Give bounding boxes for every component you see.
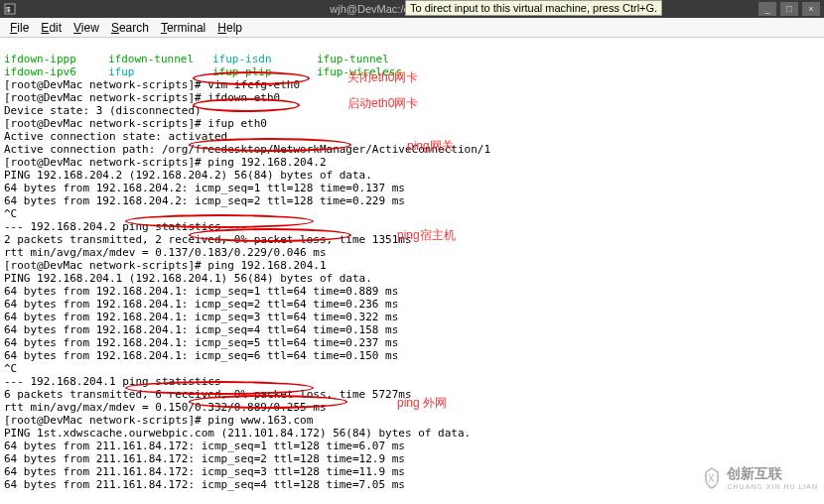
term-line: [root@DevMac network-scripts]# ping 192.… (4, 156, 327, 169)
term-line: [root@DevMac network-scripts]# ifup eth0 (4, 117, 267, 130)
menu-bar: File Edit View Search Terminal Help (0, 18, 824, 38)
annotation: 关闭eth0网卡 (347, 71, 418, 84)
menu-search[interactable]: Search (105, 21, 155, 35)
annotation: ping 外网 (397, 397, 447, 410)
term-cmd: ifdown-ipv6 (4, 65, 108, 78)
term-line: PING 192.168.204.1 (192.168.204.1) 56(84… (4, 272, 372, 285)
highlight-oval (125, 214, 314, 228)
term-line: [root@DevMac network-scripts]# ping www.… (4, 414, 313, 427)
term-cmd: ifup-tunnel (317, 53, 421, 65)
term-cmd: ifdown-tunnel (108, 53, 212, 65)
term-line: 64 bytes from 192.168.204.1: icmp_seq=5 … (4, 336, 398, 349)
term-line: 64 bytes from 192.168.204.1: icmp_seq=3 … (4, 311, 398, 323)
watermark-text-cn: 创新互联 (727, 465, 782, 481)
menu-terminal[interactable]: Terminal (155, 21, 211, 35)
term-line: rtt min/avg/max/mdev = 0.137/0.183/0.229… (4, 246, 327, 259)
vm-input-tooltip: To direct input to this virtual machine,… (405, 0, 662, 16)
highlight-oval (193, 71, 310, 85)
annotation: ping网关 (407, 140, 454, 153)
menu-help[interactable]: Help (211, 21, 248, 35)
term-line: 64 bytes from 192.168.204.1: icmp_seq=1 … (4, 285, 398, 298)
menu-edit[interactable]: Edit (35, 21, 68, 35)
term-line: 64 bytes from 211.161.84.172: icmp_seq=2… (4, 452, 405, 465)
term-line: 64 bytes from 192.168.204.2: icmp_seq=1 … (4, 182, 405, 194)
term-line: 64 bytes from 211.161.84.172: icmp_seq=4… (4, 478, 405, 491)
term-line: PING 192.168.204.2 (192.168.204.2) 56(84… (4, 169, 372, 182)
term-line: 64 bytes from 211.161.84.172: icmp_seq=3… (4, 465, 405, 478)
maximize-button[interactable]: □ (780, 2, 798, 16)
highlight-oval (189, 228, 351, 242)
term-line: 64 bytes from 192.168.204.1: icmp_seq=6 … (4, 349, 398, 362)
term-cmd: ifdown-ippp (4, 53, 108, 65)
term-cmd: ifup-isdn (212, 53, 317, 65)
highlight-oval (189, 138, 351, 152)
annotation: 启动eth0网卡 (347, 97, 418, 110)
terminal-output[interactable]: ifdown-ipppifdown-tunnelifup-isdnifup-tu… (0, 38, 824, 504)
watermark-text-en: CHUANG XIN HU LIAN (727, 483, 818, 490)
term-line: Active connection state: activated (4, 130, 227, 143)
term-line: ^C (4, 207, 17, 220)
minimize-button[interactable]: _ (758, 2, 776, 16)
close-button[interactable]: × (802, 2, 820, 16)
annotation: ping宿主机 (397, 229, 456, 242)
term-line: 64 bytes from 211.161.84.172: icmp_seq=1… (4, 440, 405, 452)
window-controls: _ □ × (758, 2, 820, 16)
highlight-oval (125, 381, 314, 395)
highlight-oval (189, 395, 347, 409)
term-line: [root@DevMac network-scripts]# ping 192.… (4, 259, 327, 272)
term-line: ^C (4, 362, 17, 375)
term-line: 64 bytes from 192.168.204.1: icmp_seq=4 … (4, 323, 398, 336)
window-title-bar: $ wjh@DevMac:/etc/syscc To direct input … (0, 0, 824, 18)
svg-text:$: $ (6, 5, 11, 14)
term-line: 64 bytes from 192.168.204.2: icmp_seq=2 … (4, 194, 405, 207)
menu-view[interactable]: View (68, 21, 105, 35)
watermark-icon: X (700, 466, 724, 490)
svg-text:X: X (708, 473, 715, 484)
app-icon: $ (4, 3, 16, 15)
highlight-oval (193, 98, 300, 112)
menu-file[interactable]: File (4, 21, 35, 35)
watermark: X 创新互联 CHUANG XIN HU LIAN (700, 465, 818, 490)
term-line: PING 1st.xdwscache.ourwebpic.com (211.10… (4, 427, 471, 440)
term-line: 64 bytes from 192.168.204.1: icmp_seq=2 … (4, 298, 398, 311)
term-line: Device state: 3 (disconnected) (4, 104, 202, 117)
